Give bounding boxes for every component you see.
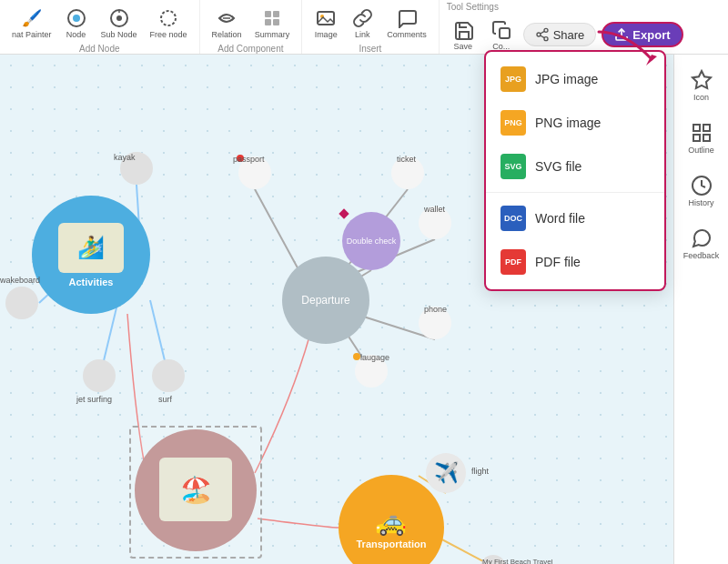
image-button[interactable]: Image [309,5,342,41]
link-label: Link [355,30,370,39]
save-button[interactable]: Save [447,17,480,53]
svg-marker-32 [693,71,711,88]
svg-rect-33 [693,125,700,131]
export-jpg-item[interactable]: JPG JPG image [486,57,664,101]
png-label: PNG image [535,116,601,130]
freenode-label: Free node [150,30,187,39]
relation-label: Relation [212,30,242,39]
png-icon: PNG [500,110,526,136]
svg-point-15 [537,33,541,36]
svg-rect-8 [273,11,279,17]
add-component-section: Relation Summary Add Component [200,0,303,54]
svg-line-17 [540,35,544,38]
svg-point-3 [116,15,122,21]
save-label: Save [453,42,472,51]
kayak-text: kayak [114,153,136,162]
sidebar-item-icon[interactable]: Icon [678,64,725,107]
format-painter-label: nat Painter [12,30,52,39]
surf-text: surf [158,395,172,404]
sidebar-item-history[interactable]: History [678,169,725,213]
sidebar-item-feedback[interactable]: Feedback [678,222,725,266]
save-icon [452,19,474,41]
word-icon: DOC [500,206,526,231]
relation-button[interactable]: Relation [207,5,247,41]
freenode-icon [157,7,179,29]
summary-button[interactable]: Summary [250,5,295,41]
fromairport-text: My First Beach Travel [482,558,552,564]
add-node-section: 🖌️ nat Painter Node Sub Node Free node [0,0,200,54]
relation-icon [216,7,238,29]
svg-rect-13 [500,28,510,38]
svg-icon: SVG [500,154,526,179]
copy-label: Co... [492,42,510,51]
jetsurfing-text: jet surfing [76,395,112,404]
pdf-label: PDF file [535,255,581,269]
transport-node[interactable]: 🚕 Transportation [339,475,444,564]
sidebar-history-label: History [688,198,713,207]
flight-node[interactable]: ✈️ [426,453,466,493]
freenode-button[interactable]: Free node [146,5,192,41]
doublecheck-label: Double check [345,235,399,247]
format-painter-button[interactable]: 🖌️ nat Painter [7,5,56,41]
svg-label: SVG file [535,159,581,174]
activities-label: Activities [69,277,114,287]
svg-line-24 [255,189,300,273]
surf-node[interactable] [152,359,185,392]
svg-rect-11 [318,12,334,25]
export-pdf-item[interactable]: PDF PDF file [486,240,664,284]
share-label: Share [553,28,585,42]
subnode-button[interactable]: Sub Node [96,5,142,41]
main-node[interactable]: 🏖️ [135,429,257,551]
activities-node[interactable]: 🏄‍♂️ Activities [32,196,150,314]
image-label: Image [315,30,338,39]
toolbar: 🖌️ nat Painter Node Sub Node Free node [0,0,728,55]
export-label: Export [632,28,670,42]
sidebar-outline-label: Outline [688,146,714,155]
laugage-text: laugage [360,353,389,362]
comments-button[interactable]: Comments [382,5,431,41]
export-word-item[interactable]: DOC Word file [486,196,664,240]
copy-button[interactable]: Co... [485,17,518,53]
export-button[interactable]: Export [602,22,682,47]
wakeboard-node[interactable] [5,287,38,319]
dropdown-divider [486,192,664,193]
svg-rect-34 [703,125,710,131]
svg-rect-10 [273,19,279,25]
svg-line-18 [540,31,544,34]
svg-point-1 [73,15,80,22]
doublecheck-node[interactable]: Double check [342,212,400,270]
transport-label: Transportation [356,539,426,549]
summary-label: Summary [255,30,290,39]
export-svg-item[interactable]: SVG SVG file [486,145,664,188]
jetsurfing-node[interactable] [83,359,116,392]
svg-rect-35 [693,135,700,141]
add-node-section-label: Add Node [79,44,119,54]
departure-node[interactable]: Departure [282,257,369,344]
comments-label: Comments [387,30,427,39]
summary-icon [261,7,283,29]
svg-point-16 [544,37,548,41]
passport-text: passport [233,155,265,164]
insert-section: Image Link Comments Insert [302,0,440,54]
link-button[interactable]: Link [346,5,379,41]
image-icon [315,7,337,29]
share-button[interactable]: Share [523,23,597,46]
svg-rect-7 [265,11,271,17]
node-button[interactable]: Node [60,5,93,41]
svg-point-14 [544,28,548,32]
svg-rect-9 [265,19,271,25]
subnode-label: Sub Node [101,30,137,39]
sidebar-item-outline[interactable]: Outline [678,116,725,160]
departure-label: Departure [301,294,349,307]
add-component-section-label: Add Component [217,44,283,54]
link-icon [351,7,373,29]
sidebar-icon-label: Icon [693,93,709,102]
svg-rect-36 [703,135,710,141]
sidebar-feedback-label: Feedback [683,251,720,260]
export-dropdown: JPG JPG image PNG PNG image SVG SVG file… [484,50,666,291]
export-png-item[interactable]: PNG PNG image [486,101,664,145]
jpg-label: JPG image [535,72,598,86]
ticket-text: ticket [397,155,416,164]
subnode-icon [108,7,130,29]
flight-text: flight [471,467,489,476]
